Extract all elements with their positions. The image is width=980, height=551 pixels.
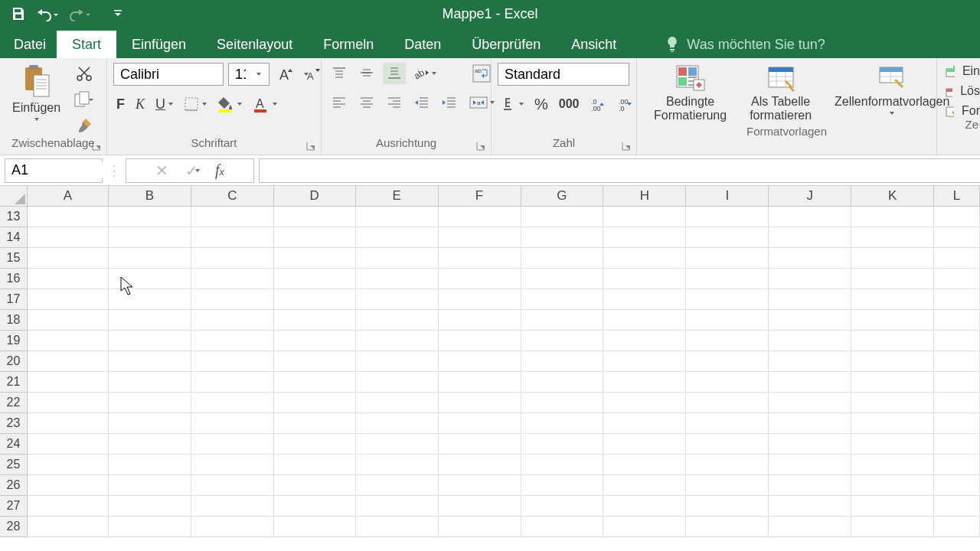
insert-function-button[interactable]: fx bbox=[215, 161, 224, 179]
cell[interactable] bbox=[603, 227, 686, 248]
thousands-button[interactable]: 000 bbox=[556, 93, 583, 115]
dialog-launcher-icon[interactable] bbox=[305, 141, 316, 152]
cell[interactable] bbox=[769, 331, 851, 351]
row-header[interactable]: 15 bbox=[0, 248, 28, 269]
cell[interactable] bbox=[439, 248, 521, 269]
cell[interactable] bbox=[274, 434, 356, 455]
cell[interactable] bbox=[191, 372, 274, 393]
cell[interactable] bbox=[28, 475, 109, 496]
cell[interactable] bbox=[851, 496, 934, 517]
cell[interactable] bbox=[521, 455, 604, 475]
cell[interactable] bbox=[109, 413, 191, 434]
cell[interactable] bbox=[28, 455, 109, 475]
tab-data[interactable]: Daten bbox=[389, 31, 456, 58]
cell[interactable] bbox=[439, 393, 521, 413]
formula-input[interactable] bbox=[259, 158, 980, 183]
cell[interactable] bbox=[191, 434, 274, 455]
cell[interactable] bbox=[686, 434, 769, 455]
cell[interactable] bbox=[439, 289, 521, 310]
cell[interactable] bbox=[28, 434, 109, 455]
cell[interactable] bbox=[109, 517, 191, 537]
cell[interactable] bbox=[521, 413, 604, 434]
cell[interactable] bbox=[28, 310, 109, 331]
cell[interactable] bbox=[769, 310, 851, 331]
cell[interactable] bbox=[603, 455, 686, 475]
cell[interactable] bbox=[109, 372, 191, 393]
cell[interactable] bbox=[109, 207, 191, 227]
cell[interactable] bbox=[28, 248, 109, 269]
cell[interactable] bbox=[439, 269, 521, 289]
row-header[interactable]: 22 bbox=[0, 393, 28, 413]
cell[interactable] bbox=[521, 517, 604, 537]
cell[interactable] bbox=[851, 248, 934, 269]
cell[interactable] bbox=[274, 331, 356, 351]
cell[interactable] bbox=[521, 207, 604, 227]
cell[interactable] bbox=[439, 434, 521, 455]
italic-button[interactable]: K bbox=[132, 93, 148, 115]
cell[interactable] bbox=[851, 372, 934, 393]
column-header[interactable]: I bbox=[686, 186, 769, 206]
cell[interactable] bbox=[28, 351, 109, 372]
borders-button[interactable] bbox=[181, 93, 210, 115]
cell[interactable] bbox=[603, 289, 686, 310]
cell[interactable] bbox=[851, 434, 934, 455]
cell[interactable] bbox=[851, 517, 934, 537]
format-painter-button[interactable] bbox=[71, 115, 97, 136]
cut-button[interactable] bbox=[71, 63, 97, 84]
format-as-table-button[interactable]: Als Tabelle formatieren bbox=[743, 63, 818, 125]
cell[interactable] bbox=[934, 310, 980, 331]
cell[interactable] bbox=[686, 269, 769, 289]
cell[interactable] bbox=[439, 331, 521, 351]
cell[interactable] bbox=[191, 517, 274, 537]
cell[interactable] bbox=[356, 372, 439, 393]
cell[interactable] bbox=[851, 413, 934, 434]
cell[interactable] bbox=[356, 248, 439, 269]
cell[interactable] bbox=[521, 227, 604, 248]
cell[interactable] bbox=[109, 475, 191, 496]
cell[interactable] bbox=[356, 269, 439, 289]
cell[interactable] bbox=[769, 434, 851, 455]
grow-font-button[interactable]: A bbox=[274, 64, 297, 85]
row-header[interactable]: 25 bbox=[0, 455, 28, 475]
insert-cells-button[interactable]: Ein bbox=[945, 64, 980, 78]
align-bottom-button[interactable] bbox=[383, 63, 406, 84]
column-header[interactable]: B bbox=[109, 186, 191, 206]
column-header[interactable]: A bbox=[28, 186, 109, 206]
cell[interactable] bbox=[603, 496, 686, 517]
cell[interactable] bbox=[934, 331, 980, 351]
cell[interactable] bbox=[686, 310, 769, 331]
cell[interactable] bbox=[109, 393, 191, 413]
cell[interactable] bbox=[686, 372, 769, 393]
orientation-button[interactable]: ab bbox=[410, 63, 439, 84]
cell[interactable] bbox=[769, 207, 851, 227]
align-center-button[interactable] bbox=[355, 92, 378, 113]
cell[interactable] bbox=[934, 207, 980, 227]
cell[interactable] bbox=[191, 289, 274, 310]
cell[interactable] bbox=[521, 351, 604, 372]
cell[interactable] bbox=[521, 331, 604, 351]
dialog-launcher-icon[interactable] bbox=[91, 141, 102, 152]
cell[interactable] bbox=[274, 227, 356, 248]
cell[interactable] bbox=[109, 227, 191, 248]
cell[interactable] bbox=[769, 455, 851, 475]
save-button[interactable] bbox=[6, 5, 31, 23]
cell[interactable] bbox=[603, 269, 686, 289]
cell[interactable] bbox=[274, 372, 356, 393]
cell[interactable] bbox=[356, 310, 439, 331]
row-header[interactable]: 20 bbox=[0, 351, 28, 372]
conditional-formatting-button[interactable]: Bedingte Formatierung bbox=[648, 63, 733, 125]
undo-button[interactable] bbox=[32, 5, 63, 23]
cell[interactable] bbox=[191, 455, 274, 475]
cell[interactable] bbox=[603, 331, 686, 351]
cell[interactable] bbox=[439, 372, 521, 393]
cell[interactable] bbox=[521, 496, 604, 517]
cell[interactable] bbox=[274, 455, 356, 475]
cell[interactable] bbox=[439, 310, 521, 331]
cell[interactable] bbox=[603, 310, 686, 331]
cell[interactable] bbox=[686, 351, 769, 372]
cell[interactable] bbox=[851, 207, 934, 227]
cell[interactable] bbox=[274, 289, 356, 310]
cell[interactable] bbox=[934, 393, 980, 413]
cell[interactable] bbox=[521, 248, 604, 269]
underline-button[interactable]: U bbox=[152, 93, 176, 115]
